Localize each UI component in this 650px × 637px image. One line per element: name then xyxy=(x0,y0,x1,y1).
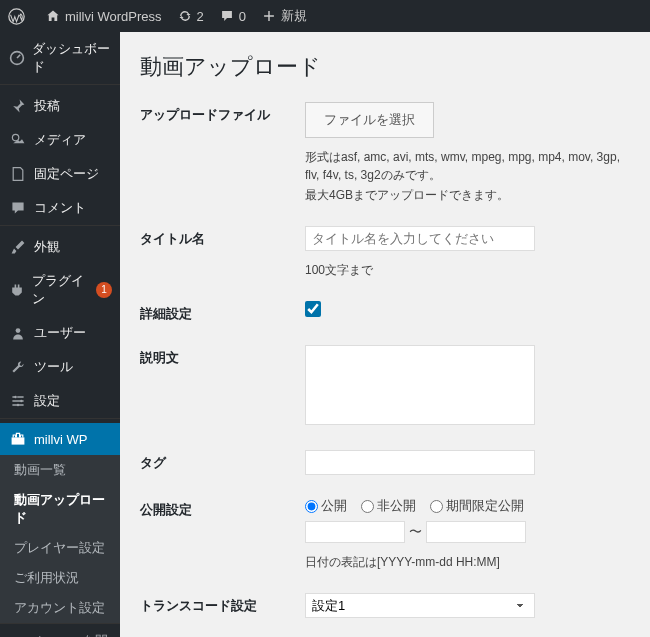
field-label: 説明文 xyxy=(140,345,305,428)
dashboard-icon xyxy=(8,50,26,66)
submenu: 動画一覧 動画アップロード プレイヤー設定 ご利用状況 アカウント設定 xyxy=(0,455,120,623)
plugin-icon xyxy=(8,282,26,298)
radio-limited[interactable]: 期間限定公開 xyxy=(430,497,524,515)
submenu-item-list[interactable]: 動画一覧 xyxy=(0,455,120,485)
field-tag: タグ xyxy=(140,450,630,475)
field-transcode: トランスコード設定 設定1 xyxy=(140,593,630,618)
updates-link[interactable]: 2 xyxy=(170,0,212,32)
field-detail: 詳細設定 xyxy=(140,301,630,323)
radio-private-input[interactable] xyxy=(361,500,374,513)
page-title: 動画アップロード xyxy=(140,52,630,82)
radio-public[interactable]: 公開 xyxy=(305,497,347,515)
site-name-link[interactable]: millvi WordPress xyxy=(38,0,170,32)
main-content: 動画アップロード アップロードファイル ファイルを選択 形式はasf, amc,… xyxy=(120,0,650,637)
sidebar-item-label: ユーザー xyxy=(34,324,86,342)
svg-point-5 xyxy=(20,400,22,402)
field-label: 詳細設定 xyxy=(140,301,305,323)
svg-point-4 xyxy=(14,396,16,398)
radio-private[interactable]: 非公開 xyxy=(361,497,416,515)
plus-icon xyxy=(262,9,276,23)
page-icon xyxy=(8,166,28,182)
field-title: タイトル名 100文字まで xyxy=(140,226,630,279)
pin-icon xyxy=(8,98,28,114)
comments-link[interactable]: 0 xyxy=(212,0,254,32)
radio-public-input[interactable] xyxy=(305,500,318,513)
radio-limited-input[interactable] xyxy=(430,500,443,513)
date-tilde: 〜 xyxy=(409,523,422,541)
media-icon xyxy=(8,132,28,148)
svg-rect-7 xyxy=(12,437,25,444)
field-publish: 公開設定 公開 非公開 期間限定公開 〜 日付の表記は[YYYY-mm-dd H… xyxy=(140,497,630,571)
sidebar-item-plugins[interactable]: プラグイン 1 xyxy=(0,264,120,316)
upload-hint-formats: 形式はasf, amc, avi, mts, wmv, mpeg, mpg, m… xyxy=(305,148,630,184)
sliders-icon xyxy=(8,393,28,409)
field-description: 説明文 xyxy=(140,345,630,428)
refresh-icon xyxy=(178,9,192,23)
field-label: 公開設定 xyxy=(140,497,305,571)
sidebar-item-settings[interactable]: 設定 xyxy=(0,384,120,418)
submenu-item-account[interactable]: アカウント設定 xyxy=(0,593,120,623)
sidebar-item-label: millvi WP xyxy=(34,432,87,447)
date-from-input[interactable] xyxy=(305,521,405,543)
sidebar-item-users[interactable]: ユーザー xyxy=(0,316,120,350)
svg-point-6 xyxy=(17,404,19,406)
sidebar-item-comments[interactable]: コメント xyxy=(0,191,120,225)
sidebar-item-label: プラグイン xyxy=(32,272,92,308)
sidebar-item-label: ダッシュボード xyxy=(32,40,112,76)
sidebar-item-millvi[interactable]: millvi WP xyxy=(0,423,120,455)
sidebar-item-label: メディア xyxy=(34,131,86,149)
sidebar-item-posts[interactable]: 投稿 xyxy=(0,89,120,123)
user-icon xyxy=(8,325,28,341)
admin-topbar: millvi WordPress 2 0 新規 xyxy=(0,0,650,32)
field-upload-file: アップロードファイル ファイルを選択 形式はasf, amc, avi, mts… xyxy=(140,102,630,204)
description-textarea[interactable] xyxy=(305,345,535,425)
date-hint: 日付の表記は[YYYY-mm-dd HH:MM] xyxy=(305,553,630,571)
upload-hint-size: 最大4GBまでアップロードできます。 xyxy=(305,186,630,204)
update-badge: 1 xyxy=(96,282,112,298)
collapse-label: メニューを閉じる xyxy=(30,632,112,637)
submenu-item-player[interactable]: プレイヤー設定 xyxy=(0,533,120,563)
sidebar-item-appearance[interactable]: 外観 xyxy=(0,230,120,264)
new-label: 新規 xyxy=(281,7,307,25)
sidebar-item-label: 設定 xyxy=(34,392,60,410)
sidebar-item-media[interactable]: メディア xyxy=(0,123,120,157)
title-input[interactable] xyxy=(305,226,535,251)
site-name: millvi WordPress xyxy=(65,9,162,24)
date-to-input[interactable] xyxy=(426,521,526,543)
sidebar-item-label: コメント xyxy=(34,199,86,217)
sidebar-item-label: ツール xyxy=(34,358,73,376)
sidebar-item-dashboard[interactable]: ダッシュボード xyxy=(0,32,120,84)
wp-logo[interactable] xyxy=(0,0,38,32)
sidebar-item-label: 固定ページ xyxy=(34,165,99,183)
comment-icon xyxy=(8,200,28,216)
field-label: アップロードファイル xyxy=(140,102,305,204)
admin-sidebar: ダッシュボード 投稿 メディア 固定ページ コメント 外観 プラグイン 1 xyxy=(0,0,120,637)
detail-checkbox[interactable] xyxy=(305,301,321,317)
field-label: タグ xyxy=(140,450,305,475)
svg-point-3 xyxy=(16,328,21,333)
title-hint: 100文字まで xyxy=(305,261,630,279)
sidebar-item-pages[interactable]: 固定ページ xyxy=(0,157,120,191)
wordpress-icon xyxy=(8,8,25,25)
tag-input[interactable] xyxy=(305,450,535,475)
field-label: タイトル名 xyxy=(140,226,305,279)
choose-file-button[interactable]: ファイルを選択 xyxy=(305,102,434,138)
new-content-link[interactable]: 新規 xyxy=(254,0,315,32)
transcode-select[interactable]: 設定1 xyxy=(305,593,535,618)
millvi-icon xyxy=(8,431,28,447)
comment-count: 0 xyxy=(239,9,246,24)
svg-point-2 xyxy=(12,134,18,140)
field-label: トランスコード設定 xyxy=(140,593,305,618)
submenu-item-upload[interactable]: 動画アップロード xyxy=(0,485,120,533)
home-icon xyxy=(46,9,60,23)
wrench-icon xyxy=(8,359,28,375)
collapse-menu[interactable]: メニューを閉じる xyxy=(0,623,120,637)
submenu-item-usage[interactable]: ご利用状況 xyxy=(0,563,120,593)
sidebar-item-label: 投稿 xyxy=(34,97,60,115)
update-count: 2 xyxy=(197,9,204,24)
sidebar-item-tools[interactable]: ツール xyxy=(0,350,120,384)
sidebar-item-label: 外観 xyxy=(34,238,60,256)
comment-icon xyxy=(220,9,234,23)
brush-icon xyxy=(8,239,28,255)
